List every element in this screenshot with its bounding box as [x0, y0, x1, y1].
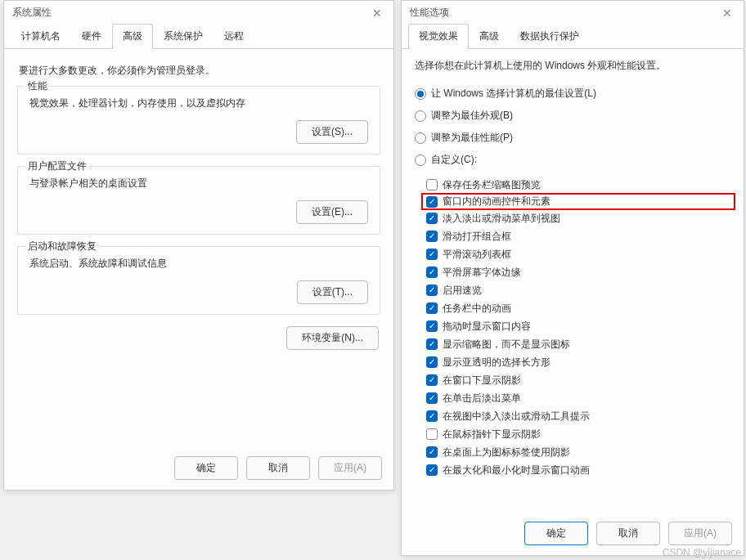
radio-option[interactable]: 让 Windows 选择计算机的最佳设置(L) — [415, 83, 730, 105]
checkbox-icon[interactable] — [426, 338, 438, 350]
group-title-startup: 启动和故障恢复 — [25, 240, 100, 253]
radio-icon[interactable] — [415, 110, 426, 122]
checkbox-icon[interactable] — [426, 464, 438, 476]
system-properties-window: 系统属性 ✕ 计算机名 硬件 高级 系统保护 远程 要进行大多数更改，你必须作为… — [3, 0, 394, 491]
checkbox-icon[interactable] — [426, 410, 438, 422]
checkbox-icon[interactable] — [426, 267, 438, 278]
checkbox-icon[interactable] — [426, 356, 438, 368]
checkbox-option[interactable]: 拖动时显示窗口内容 — [426, 317, 730, 335]
radio-label: 调整为最佳外观(B) — [431, 109, 513, 123]
window-title: 性能选项 — [410, 6, 449, 20]
checkbox-option[interactable]: 在鼠标指针下显示阴影 — [426, 425, 730, 443]
performance-description: 视觉效果，处理器计划，内存使用，以及虚拟内存 — [29, 96, 368, 110]
checkbox-option[interactable]: 启用速览 — [426, 281, 730, 299]
checkbox-option[interactable]: 在视图中淡入淡出或滑动工具提示 — [426, 407, 730, 425]
ok-button[interactable]: 确定 — [524, 522, 588, 545]
startup-description: 系统启动、系统故障和调试信息 — [29, 257, 368, 271]
checkbox-label: 启用速览 — [443, 284, 482, 298]
checkbox-label: 拖动时显示窗口内容 — [443, 320, 531, 334]
checkbox-option[interactable]: 保存任务栏缩略图预览 — [426, 176, 730, 194]
checkbox-label: 淡入淡出或滑动菜单到视图 — [443, 212, 560, 226]
user-settings-button[interactable]: 设置(E)... — [296, 200, 368, 224]
radio-icon[interactable] — [415, 88, 426, 100]
apply-button[interactable]: 应用(A) — [668, 522, 732, 545]
radio-option[interactable]: 调整为最佳外观(B) — [415, 105, 730, 127]
checkbox-icon[interactable] — [426, 374, 438, 386]
checkbox-label: 在最大化和最小化时显示窗口动画 — [443, 464, 590, 477]
checkbox-option[interactable]: 在最大化和最小化时显示窗口动画 — [426, 461, 730, 479]
ok-button[interactable]: 确定 — [174, 456, 238, 480]
tab-bar: 计算机名 硬件 高级 系统保护 远程 — [4, 23, 393, 49]
apply-button[interactable]: 应用(A) — [318, 456, 382, 480]
checkbox-option[interactable]: 窗口内的动画控件和元素 — [421, 193, 735, 210]
group-title-user: 用户配置文件 — [25, 159, 90, 173]
checkbox-option[interactable]: 在单击后淡出菜单 — [426, 389, 730, 407]
window-title: 系统属性 — [12, 6, 52, 20]
startup-recovery-group: 启动和故障恢复 系统启动、系统故障和调试信息 设置(T)... — [17, 246, 380, 315]
radio-icon[interactable] — [415, 155, 426, 166]
checkbox-option[interactable]: 平滑屏幕字体边缘 — [426, 263, 730, 281]
checkbox-option[interactable]: 显示亚透明的选择长方形 — [426, 353, 730, 371]
checkbox-icon[interactable] — [426, 196, 438, 208]
user-profile-group: 用户配置文件 与登录帐户相关的桌面设置 设置(E)... — [17, 166, 380, 235]
checkbox-option[interactable]: 任务栏中的动画 — [426, 299, 730, 317]
checkbox-label: 显示亚透明的选择长方形 — [443, 356, 551, 370]
titlebar: 系统属性 ✕ — [4, 1, 393, 23]
performance-options-window: 性能选项 ✕ 视觉效果 高级 数据执行保护 选择你想在此计算机上使用的 Wind… — [401, 0, 744, 556]
checkbox-icon[interactable] — [426, 320, 438, 332]
tab-hardware[interactable]: 硬件 — [71, 24, 112, 49]
radio-option[interactable]: 调整为最佳性能(P) — [415, 127, 730, 149]
checkbox-option[interactable]: 在窗口下显示阴影 — [426, 371, 730, 389]
tab-bar: 视觉效果 高级 数据执行保护 — [402, 23, 744, 49]
tab-remote[interactable]: 远程 — [213, 24, 254, 49]
user-profile-description: 与登录帐户相关的桌面设置 — [29, 177, 368, 190]
visual-effects-description: 选择你想在此计算机上使用的 Windows 外观和性能设置。 — [402, 49, 744, 79]
visual-effects-check-list: 保存任务栏缩略图预览窗口内的动画控件和元素淡入淡出或滑动菜单到视图滑动打开组合框… — [426, 176, 730, 479]
checkbox-label: 滑动打开组合框 — [443, 230, 511, 244]
titlebar: 性能选项 ✕ — [402, 1, 744, 23]
radio-option[interactable]: 自定义(C): — [415, 149, 730, 171]
checkbox-label: 在视图中淡入淡出或滑动工具提示 — [443, 410, 590, 423]
checkbox-icon[interactable] — [426, 302, 438, 314]
tab-dep[interactable]: 数据执行保护 — [510, 24, 590, 49]
radio-label: 调整为最佳性能(P) — [431, 131, 513, 145]
checkbox-label: 平滑屏幕字体边缘 — [443, 266, 521, 280]
checkbox-icon[interactable] — [426, 284, 438, 296]
checkbox-icon[interactable] — [426, 428, 438, 440]
visual-effects-radio-group: 让 Windows 选择计算机的最佳设置(L)调整为最佳外观(B)调整为最佳性能… — [402, 79, 744, 174]
checkbox-icon[interactable] — [426, 446, 438, 458]
checkbox-label: 任务栏中的动画 — [443, 302, 511, 316]
tab-advanced[interactable]: 高级 — [112, 24, 153, 49]
checkbox-option[interactable]: 滑动打开组合框 — [426, 227, 730, 245]
checkbox-label: 保存任务栏缩略图预览 — [443, 178, 541, 192]
env-variables-button[interactable]: 环境变量(N)... — [286, 326, 379, 350]
radio-label: 自定义(C): — [431, 153, 477, 167]
tab-advanced[interactable]: 高级 — [469, 24, 510, 49]
close-icon[interactable]: ✕ — [719, 7, 735, 20]
watermark: CSDN @yijianace — [663, 547, 741, 558]
checkbox-icon[interactable] — [426, 179, 438, 190]
checkbox-icon[interactable] — [426, 213, 438, 224]
performance-settings-button[interactable]: 设置(S)... — [296, 120, 368, 144]
radio-icon[interactable] — [415, 132, 426, 144]
checkbox-label: 显示缩略图，而不是显示图标 — [443, 338, 570, 352]
cancel-button[interactable]: 取消 — [596, 522, 660, 545]
checkbox-label: 窗口内的动画控件和元素 — [443, 195, 551, 208]
checkbox-label: 在桌面上为图标标签使用阴影 — [443, 446, 570, 459]
tab-computer-name[interactable]: 计算机名 — [11, 24, 71, 49]
checkbox-option[interactable]: 淡入淡出或滑动菜单到视图 — [426, 209, 730, 227]
checkbox-label: 平滑滚动列表框 — [443, 248, 511, 262]
checkbox-icon[interactable] — [426, 392, 438, 404]
checkbox-option[interactable]: 平滑滚动列表框 — [426, 245, 730, 263]
cancel-button[interactable]: 取消 — [246, 456, 310, 480]
close-icon[interactable]: ✕ — [369, 7, 385, 20]
checkbox-option[interactable]: 在桌面上为图标标签使用阴影 — [426, 443, 730, 461]
startup-settings-button[interactable]: 设置(T)... — [297, 280, 368, 304]
performance-group: 性能 视觉效果，处理器计划，内存使用，以及虚拟内存 设置(S)... — [17, 86, 380, 155]
checkbox-icon[interactable] — [426, 231, 438, 242]
checkbox-option[interactable]: 显示缩略图，而不是显示图标 — [426, 335, 730, 353]
tab-system-protect[interactable]: 系统保护 — [153, 24, 213, 49]
checkbox-icon[interactable] — [426, 249, 438, 260]
checkbox-label: 在窗口下显示阴影 — [443, 374, 521, 388]
tab-visual-effects[interactable]: 视觉效果 — [408, 24, 469, 49]
